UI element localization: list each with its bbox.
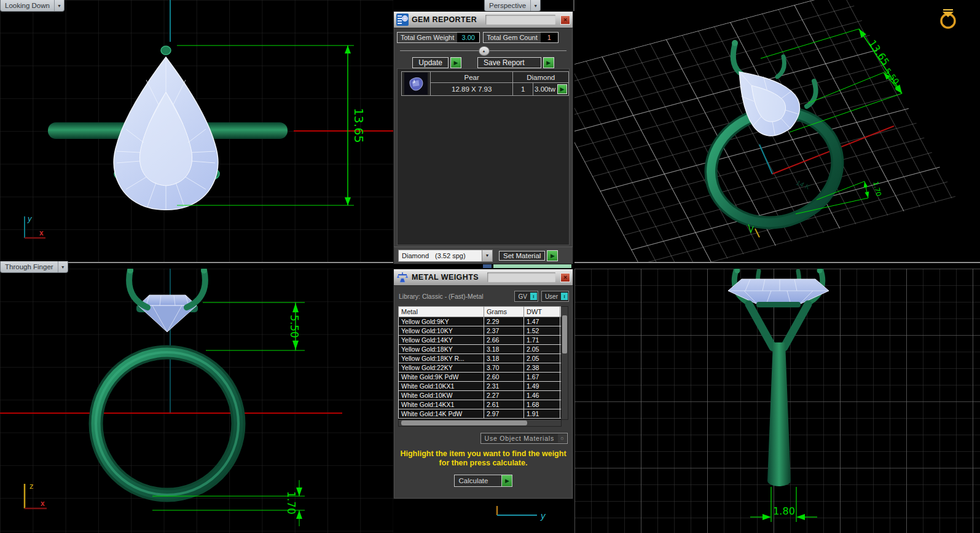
user-toggle[interactable]: User I: [541, 291, 569, 302]
chevron-down-icon[interactable]: ▼: [58, 261, 68, 272]
calculate-button[interactable]: Calculate ▶: [454, 475, 513, 487]
metal-row[interactable]: Yellow Gold:18KY 3.18 2.05 15.41: [399, 345, 562, 354]
set-material-button[interactable]: Set Material: [499, 251, 545, 261]
viewport-perspective[interactable]: 14 K 13.65: [574, 0, 980, 263]
metal-dwt: 1.49: [524, 382, 560, 391]
metal-name: Yellow Gold:18KY R...: [399, 354, 484, 363]
titlebar-inset: [487, 272, 555, 282]
run-arrow-icon[interactable]: ▶: [557, 84, 567, 94]
metal-name: White Gold:9K PdW: [399, 373, 484, 382]
gem-thumbnail[interactable]: [402, 72, 431, 96]
toggle-on-icon[interactable]: I: [561, 293, 568, 300]
scrollbar-thumb[interactable]: [401, 420, 527, 425]
metal-row[interactable]: Yellow Gold:18KY R... 3.18 2.05 15.41: [399, 354, 562, 363]
metal-row[interactable]: Yellow Gold:22KY 3.70 2.38 17.89: [399, 363, 562, 373]
metal-grams: 2.31: [484, 382, 524, 391]
viewport-label-looking-down[interactable]: Looking Down ▼: [0, 0, 65, 12]
chevron-down-icon[interactable]: ▼: [55, 0, 64, 11]
gem-table[interactable]: Pear Diamond 12.89 X 7.93 1 3.00tw ▶: [401, 71, 569, 96]
viewport-through-finger[interactable]: 5.50 1.70 z x: [0, 269, 393, 533]
viewport-splitter-horizontal[interactable]: [574, 262, 980, 263]
total-gem-count-label: Total Gem Count: [484, 33, 541, 42]
run-arrow-icon[interactable]: ▶: [450, 57, 461, 68]
dimension-label: 1.70: [285, 491, 297, 515]
instruction-text: Highlight the item you want to find the …: [394, 449, 573, 468]
radio-icon[interactable]: ○: [558, 434, 566, 443]
gem-reporter-titlebar[interactable]: GEM REPORTER ✕: [394, 12, 573, 28]
collapse-arrow-icon[interactable]: ▲: [479, 46, 490, 56]
run-arrow-icon[interactable]: ▶: [547, 250, 558, 261]
scrollbar-thumb[interactable]: [562, 315, 567, 353]
metal-dwt: 1.68: [524, 400, 560, 409]
viewport-label-through-finger[interactable]: Through Finger ▼: [0, 261, 68, 273]
metal-name: Yellow Gold:22KY: [399, 363, 484, 373]
prong: [161, 46, 171, 55]
total-gem-count-value: 1: [541, 33, 558, 42]
metal-weights-titlebar[interactable]: METAL WEIGHTS ✕: [394, 269, 573, 286]
metal-weights-dialog: METAL WEIGHTS ✕ Library: Classic - (Fast…: [393, 269, 573, 499]
metal-dwt: 2.05: [524, 345, 560, 354]
gem-reporter-icon: [396, 14, 409, 26]
metal-row[interactable]: White Gold:14KX1 2.61 1.68 12.61: [399, 400, 562, 409]
viewport-splitter-vertical[interactable]: [573, 0, 574, 11]
metal-grams: 2.29: [484, 317, 524, 326]
close-icon[interactable]: ✕: [560, 273, 570, 282]
gem-material-header: Diamond: [513, 72, 569, 83]
metal-row[interactable]: Yellow Gold:10KY 2.37 1.52 11.43: [399, 326, 562, 336]
gem-count-value: 1: [513, 83, 533, 96]
run-arrow-icon[interactable]: ▶: [543, 57, 554, 68]
col-dwt[interactable]: DWT: [524, 307, 560, 317]
titlebar-inset: [485, 15, 555, 25]
use-object-materials-toggle[interactable]: Use Object Materials ○: [480, 433, 568, 444]
viewport-looking-down[interactable]: 13.65 y x: [0, 0, 393, 263]
minimized-tab[interactable]: [493, 264, 571, 268]
material-dropdown[interactable]: Diamond (3.52 spg) ▼: [398, 250, 493, 262]
gem-reporter-dialog: GEM REPORTER ✕ Total Gem Weight 3.00 Tot…: [393, 11, 573, 264]
update-button[interactable]: Update: [412, 57, 449, 68]
metal-dwt: 1.91: [524, 409, 560, 419]
instruction-line-1: Highlight the item you want to find the …: [394, 449, 573, 459]
vertical-scrollbar[interactable]: [561, 306, 568, 420]
viewport-side[interactable]: 1.80: [574, 269, 980, 533]
dimension-label: 1.80: [773, 505, 795, 517]
metal-name: Yellow Gold:10KY: [399, 326, 484, 336]
metal-dwt: 2.38: [524, 363, 560, 373]
viewport-label-perspective[interactable]: Perspective ▼: [484, 0, 541, 12]
horizontal-scrollbar[interactable]: [398, 419, 562, 427]
run-arrow-icon[interactable]: ▶: [501, 475, 512, 486]
metal-row[interactable]: White Gold:10KX1 2.31 1.49 11.18: [399, 382, 562, 391]
chevron-down-icon[interactable]: ▼: [482, 250, 492, 261]
gv-label: GV: [515, 293, 530, 300]
metal-row[interactable]: Yellow Gold:9KY 2.29 1.47 11.08: [399, 317, 562, 326]
metal-dwt: 1.52: [524, 326, 560, 336]
metal-name: White Gold:10KW: [399, 391, 484, 400]
gem-reporter-footer: Diamond (3.52 spg) ▼ Set Material ▶: [394, 247, 573, 264]
metal-name: Yellow Gold:9KY: [399, 317, 484, 326]
close-icon[interactable]: ✕: [560, 15, 570, 25]
metal-name: White Gold:10KX1: [399, 382, 484, 391]
collapse-bar: ▲: [400, 46, 566, 55]
chevron-down-icon[interactable]: ▼: [531, 0, 540, 11]
y-axis-label: y: [540, 510, 546, 521]
viewport-title: Through Finger: [1, 263, 58, 270]
toggle-on-icon[interactable]: I: [530, 293, 537, 300]
metal-name: Yellow Gold:14KY: [399, 336, 484, 345]
save-report-button[interactable]: Save Report: [477, 57, 541, 68]
metal-grams: 2.27: [484, 391, 524, 400]
metal-row[interactable]: Yellow Gold:14KY 2.66 1.71 12.88: [399, 336, 562, 345]
dimension-label: 13.65: [351, 108, 366, 143]
metal-weights-table[interactable]: Metal Grams DWT SPG Yellow Gold:9KY 2.29…: [398, 306, 562, 419]
metal-row[interactable]: White Gold:9K PdW 2.60 1.67 12.59: [399, 373, 562, 382]
col-grams[interactable]: Grams: [484, 307, 524, 317]
x-axis-label: x: [39, 229, 44, 237]
metal-dwt: 1.71: [524, 336, 560, 345]
metal-row[interactable]: White Gold:14K PdW 2.97 1.91 14.37: [399, 409, 562, 419]
gem-shape-header: Pear: [431, 72, 513, 83]
gv-toggle[interactable]: GV I: [514, 291, 538, 302]
col-metal[interactable]: Metal: [399, 307, 484, 317]
total-gem-weight-field: Total Gem Weight 3.00: [397, 32, 480, 43]
metal-table-area: Metal Grams DWT SPG Yellow Gold:9KY 2.29…: [398, 306, 568, 427]
metal-dwt: 1.67: [524, 373, 560, 382]
viewport-title: Perspective: [485, 2, 530, 9]
metal-row[interactable]: White Gold:10KW 2.27 1.46 10.99: [399, 391, 562, 400]
